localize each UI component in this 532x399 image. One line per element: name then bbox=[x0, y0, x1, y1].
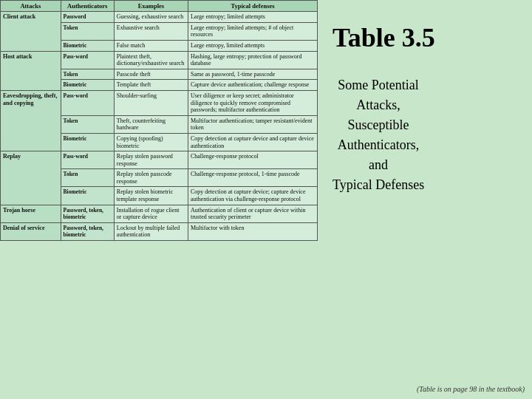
table-row: Pass-word bbox=[61, 51, 114, 69]
table-container: Attacks Authenticators Examples Typical … bbox=[0, 0, 318, 399]
table-row: Trojan horse bbox=[1, 205, 61, 222]
table-row: Replay bbox=[1, 151, 61, 205]
table-row: Copy detection at capture device; captur… bbox=[188, 187, 317, 205]
table-row: Multifactor authentication; tamper resis… bbox=[188, 115, 317, 133]
table-row: Hashing, large entropy; protection of pa… bbox=[188, 51, 317, 69]
table-title: Table 3.5 bbox=[332, 22, 435, 53]
table-row: Guessing, exhaustive search bbox=[114, 12, 188, 23]
table-row: Biometric bbox=[61, 40, 114, 51]
table-row: Pass-word bbox=[61, 151, 114, 169]
table-row: Copying (spoofing) biometric bbox=[114, 133, 188, 151]
col-header-examples: Examples bbox=[114, 1, 188, 12]
security-table: Attacks Authenticators Examples Typical … bbox=[0, 0, 318, 241]
table-row: Large entropy; limited attempts bbox=[188, 12, 317, 23]
table-row: Replay stolen biometric template respons… bbox=[114, 187, 188, 205]
right-panel: Table 3.5 Some Potential Attacks, Suscep… bbox=[318, 0, 532, 399]
table-row: Password, token, biometric bbox=[61, 222, 114, 240]
table-row: Lockout by multiple failed authenticatio… bbox=[114, 222, 188, 240]
col-header-attacks: Attacks bbox=[1, 1, 61, 12]
table-row: Denial of service bbox=[1, 222, 61, 240]
col-header-defenses: Typical defenses bbox=[188, 1, 317, 12]
table-row: Passcode theft bbox=[114, 69, 188, 80]
table-row: User diligence or keep secret; administr… bbox=[188, 90, 317, 115]
table-row: Capture device authentication; challenge… bbox=[188, 80, 317, 91]
table-row: Shoulder-surfing bbox=[114, 90, 188, 115]
table-row: Token bbox=[61, 22, 114, 40]
table-row: Multifactor with token bbox=[188, 222, 317, 240]
table-row: Token bbox=[61, 115, 114, 133]
table-row: Replay stolen passcode response bbox=[114, 169, 188, 187]
table-row: Replay stolen password response bbox=[114, 151, 188, 169]
table-row: Same as password, 1-time passcode bbox=[188, 69, 317, 80]
table-row: Exhaustive search bbox=[114, 22, 188, 40]
col-header-auth: Authenticators bbox=[61, 1, 114, 12]
table-row: Token bbox=[61, 69, 114, 80]
table-row: Pass-word bbox=[61, 90, 114, 115]
table-row: Token bbox=[61, 169, 114, 187]
table-row: Host attack bbox=[1, 51, 61, 90]
table-row: Biometric bbox=[61, 187, 114, 205]
table-row: Eavesdropping, theft, and copying bbox=[1, 90, 61, 151]
table-row: Installation of rogue client or capture … bbox=[114, 205, 188, 222]
table-row: Large entropy, limited attempts bbox=[188, 40, 317, 51]
table-row: Biometric bbox=[61, 133, 114, 151]
table-row: Theft, counterfeiting hardware bbox=[114, 115, 188, 133]
table-row: Challenge-response protocol bbox=[188, 151, 317, 169]
table-row: False match bbox=[114, 40, 188, 51]
table-row: Client attack bbox=[1, 12, 61, 51]
table-panel: Attacks Authenticators Examples Typical … bbox=[0, 0, 318, 399]
table-row: Large entropy; limited attempts; # of ob… bbox=[188, 22, 317, 40]
table-row: Template theft bbox=[114, 80, 188, 91]
table-row: Plaintext theft, dictionary/exhaustive s… bbox=[114, 51, 188, 69]
footnote: (Table is on page 98 in the textbook) bbox=[417, 385, 525, 393]
table-row: Biometric bbox=[61, 80, 114, 91]
table-row: Authentication of client or capture devi… bbox=[188, 205, 317, 222]
table-subtitle: Some Potential Attacks, Susceptible Auth… bbox=[332, 75, 424, 195]
table-row: Challenge-response protocol, 1-time pass… bbox=[188, 169, 317, 187]
table-row: Password bbox=[61, 12, 114, 23]
table-row: Copy detection at capture device and cap… bbox=[188, 133, 317, 151]
table-row: Password, token, biometric bbox=[61, 205, 114, 222]
